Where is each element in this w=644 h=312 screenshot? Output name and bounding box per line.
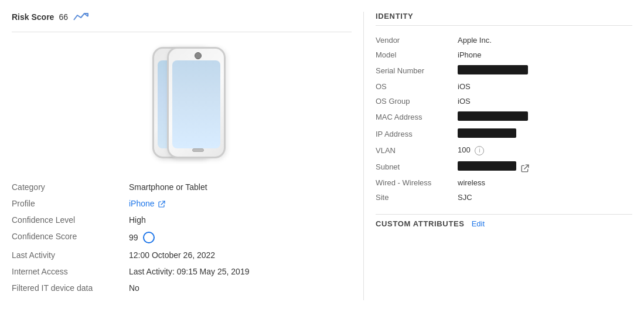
confidence-score-number: 99 bbox=[129, 233, 138, 242]
internet-access-value: Last Activity: 09:15 May 25, 2019 bbox=[129, 267, 352, 276]
serial-number-label: Serial Number bbox=[376, 66, 458, 75]
risk-score-row: Risk Score 66 bbox=[12, 12, 352, 22]
vlan-number: 100 bbox=[458, 145, 471, 154]
internet-access-label: Internet Access bbox=[12, 267, 129, 276]
filtered-it-row: Filtered IT device data No bbox=[12, 280, 352, 296]
subnet-external-link-icon[interactable] bbox=[521, 164, 529, 172]
last-activity-row: Last Activity 12:00 October 26, 2022 bbox=[12, 247, 352, 263]
category-label: Category bbox=[12, 182, 129, 192]
confidence-level-value: High bbox=[129, 215, 352, 225]
iphone-front-camera bbox=[195, 52, 202, 59]
wired-wireless-value: wireless bbox=[458, 178, 632, 187]
confidence-level-row: Confidence Level High bbox=[12, 212, 352, 228]
site-label: Site bbox=[376, 193, 458, 202]
profile-link[interactable]: iPhone bbox=[129, 199, 155, 208]
svg-line-0 bbox=[161, 201, 165, 205]
category-value: Smartphone or Tablet bbox=[129, 182, 352, 192]
model-value: iPhone bbox=[458, 50, 632, 59]
mac-address-label: MAC Address bbox=[376, 113, 458, 121]
device-image-area bbox=[12, 44, 352, 161]
ip-address-label: IP Address bbox=[376, 130, 458, 138]
profile-external-link-icon bbox=[158, 201, 165, 208]
filtered-it-label: Filtered IT device data bbox=[12, 283, 129, 293]
right-panel: IDENTITY Vendor Apple Inc. Model iPhone … bbox=[363, 12, 644, 300]
vendor-label: Vendor bbox=[376, 36, 458, 45]
subnet-value bbox=[458, 161, 632, 173]
last-activity-label: Last Activity bbox=[12, 250, 129, 260]
vendor-row: Vendor Apple Inc. bbox=[376, 33, 632, 48]
ip-address-redacted bbox=[458, 128, 516, 138]
model-label: Model bbox=[376, 50, 458, 59]
vlan-label: VLAN bbox=[376, 146, 458, 155]
ip-address-value bbox=[458, 128, 632, 140]
risk-score-label: Risk Score bbox=[12, 12, 54, 22]
subnet-label: Subnet bbox=[376, 162, 458, 171]
wired-wireless-row: Wired - Wireless wireless bbox=[376, 175, 632, 190]
serial-number-value bbox=[458, 65, 632, 76]
iphone-front-screen bbox=[172, 60, 220, 148]
custom-attributes-header: CUSTOM ATTRIBUTES Edit bbox=[376, 214, 632, 228]
iphone-front bbox=[167, 47, 226, 158]
mac-address-value bbox=[458, 111, 632, 123]
vlan-info-icon[interactable]: i bbox=[475, 146, 484, 155]
confidence-circle-indicator bbox=[143, 232, 155, 243]
confidence-score-value: 99 bbox=[129, 232, 352, 243]
identity-section-title: IDENTITY bbox=[376, 12, 632, 26]
model-row: Model iPhone bbox=[376, 48, 632, 62]
site-value: SJC bbox=[458, 193, 632, 202]
risk-score-value: 66 bbox=[59, 12, 68, 22]
details-table: Category Smartphone or Tablet Profile iP… bbox=[12, 179, 352, 296]
ip-address-row: IP Address bbox=[376, 126, 632, 143]
subnet-redacted bbox=[458, 161, 516, 171]
vlan-row: VLAN 100 i bbox=[376, 143, 632, 158]
subnet-row: Subnet bbox=[376, 158, 632, 176]
iphone-front-home bbox=[192, 148, 204, 152]
os-group-value: iOS bbox=[458, 97, 632, 106]
site-row: Site SJC bbox=[376, 190, 632, 205]
custom-attributes-title: CUSTOM ATTRIBUTES bbox=[376, 219, 465, 228]
wired-wireless-label: Wired - Wireless bbox=[376, 178, 458, 187]
last-activity-value: 12:00 October 26, 2022 bbox=[129, 250, 352, 260]
svg-line-1 bbox=[524, 165, 528, 169]
os-row: OS iOS bbox=[376, 79, 632, 94]
os-value: iOS bbox=[458, 82, 632, 91]
top-divider bbox=[12, 32, 352, 32]
os-label: OS bbox=[376, 82, 458, 91]
internet-access-row: Internet Access Last Activity: 09:15 May… bbox=[12, 263, 352, 280]
category-row: Category Smartphone or Tablet bbox=[12, 179, 352, 195]
edit-link[interactable]: Edit bbox=[472, 219, 485, 228]
profile-row: Profile iPhone bbox=[12, 195, 352, 212]
profile-value: iPhone bbox=[129, 199, 352, 208]
os-group-row: OS Group iOS bbox=[376, 94, 632, 108]
mac-address-redacted bbox=[458, 111, 528, 121]
mac-address-row: MAC Address bbox=[376, 108, 632, 126]
device-image bbox=[135, 44, 229, 161]
vlan-value: 100 i bbox=[458, 145, 632, 155]
vendor-value: Apple Inc. bbox=[458, 36, 632, 45]
serial-number-redacted bbox=[458, 65, 528, 74]
profile-label: Profile bbox=[12, 199, 129, 208]
confidence-score-label: Confidence Score bbox=[12, 232, 129, 241]
filtered-it-value: No bbox=[129, 283, 352, 293]
serial-number-row: Serial Number bbox=[376, 62, 632, 79]
left-panel: Risk Score 66 bbox=[0, 12, 363, 300]
confidence-score-row: Confidence Score 99 bbox=[12, 228, 352, 247]
identity-table: Vendor Apple Inc. Model iPhone Serial Nu… bbox=[376, 33, 632, 205]
risk-icon bbox=[73, 12, 89, 22]
os-group-label: OS Group bbox=[376, 97, 458, 106]
confidence-level-label: Confidence Level bbox=[12, 215, 129, 225]
